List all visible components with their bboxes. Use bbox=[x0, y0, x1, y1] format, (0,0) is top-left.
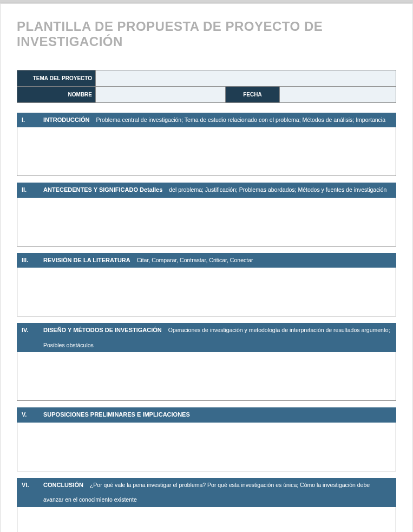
section-hint: Citar, Comparar, Contrastar, Criticar, C… bbox=[137, 256, 253, 264]
section-body[interactable] bbox=[17, 127, 396, 176]
section-hint-cont: Posibles obstáculos bbox=[22, 341, 391, 349]
name-input[interactable] bbox=[96, 87, 226, 103]
topic-label: TEMA DEL PROYECTO bbox=[17, 70, 96, 87]
section-header: V. SUPOSICIONES PRELIMINARES E IMPLICACI… bbox=[17, 407, 396, 422]
section-body[interactable] bbox=[17, 507, 396, 532]
section-body[interactable] bbox=[17, 268, 396, 316]
date-input[interactable] bbox=[280, 87, 396, 103]
section-header: VI. CONCLUSIÓN ¿Por qué vale la pena inv… bbox=[17, 478, 396, 507]
section-roman: II. bbox=[22, 186, 37, 194]
section-assumptions: V. SUPOSICIONES PRELIMINARES E IMPLICACI… bbox=[17, 407, 396, 471]
section-body[interactable] bbox=[17, 198, 396, 246]
section-body[interactable] bbox=[17, 352, 396, 401]
section-hint: del problema; Justificación; Problemas a… bbox=[169, 186, 386, 194]
section-conclusion: VI. CONCLUSIÓN ¿Por qué vale la pena inv… bbox=[17, 478, 396, 532]
section-header: III. REVISIÓN DE LA LITERATURA Citar, Co… bbox=[17, 253, 396, 268]
section-header: IV. DISEÑO Y MÉTODOS DE INVESTIGACIÓN Op… bbox=[17, 323, 396, 352]
section-roman: V. bbox=[22, 411, 37, 419]
section-heading: DISEÑO Y MÉTODOS DE INVESTIGACIÓN bbox=[43, 326, 162, 334]
name-label: NOMBRE bbox=[17, 87, 96, 103]
topic-input[interactable] bbox=[96, 70, 396, 87]
section-roman: VI. bbox=[22, 481, 37, 489]
section-roman: IV. bbox=[22, 326, 37, 334]
section-header: I. INTRODUCCIÓN Problema central de inve… bbox=[17, 113, 396, 127]
header-table: TEMA DEL PROYECTO NOMBRE FECHA bbox=[17, 70, 396, 103]
section-literature: III. REVISIÓN DE LA LITERATURA Citar, Co… bbox=[17, 253, 396, 316]
section-header: II. ANTECEDENTES Y SIGNIFICADO Detalles … bbox=[17, 183, 396, 197]
page: PLANTILLA DE PROPUESTA DE PROYECTO DE IN… bbox=[0, 3, 413, 532]
section-hint: Operaciones de investigación y metodolog… bbox=[168, 326, 390, 334]
section-hint-cont: avanzar en el conocimiento existente bbox=[22, 496, 391, 504]
date-label: FECHA bbox=[226, 87, 280, 103]
section-introduction: I. INTRODUCCIÓN Problema central de inve… bbox=[17, 113, 396, 176]
section-body[interactable] bbox=[17, 423, 396, 471]
section-heading: REVISIÓN DE LA LITERATURA bbox=[43, 256, 130, 264]
page-title: PLANTILLA DE PROPUESTA DE PROYECTO DE IN… bbox=[17, 19, 396, 49]
section-hint: Problema central de investigación; Tema … bbox=[96, 116, 385, 124]
section-roman: III. bbox=[22, 256, 37, 264]
section-background: II. ANTECEDENTES Y SIGNIFICADO Detalles … bbox=[17, 183, 396, 246]
section-heading: CONCLUSIÓN bbox=[43, 481, 83, 489]
section-design: IV. DISEÑO Y MÉTODOS DE INVESTIGACIÓN Op… bbox=[17, 323, 396, 401]
section-heading: SUPOSICIONES PRELIMINARES E IMPLICACIONE… bbox=[43, 411, 190, 419]
section-heading: INTRODUCCIÓN bbox=[43, 116, 90, 124]
section-heading: ANTECEDENTES Y SIGNIFICADO Detalles bbox=[43, 186, 162, 194]
section-hint: ¿Por qué vale la pena investigar el prob… bbox=[90, 481, 370, 489]
section-roman: I. bbox=[22, 116, 37, 124]
